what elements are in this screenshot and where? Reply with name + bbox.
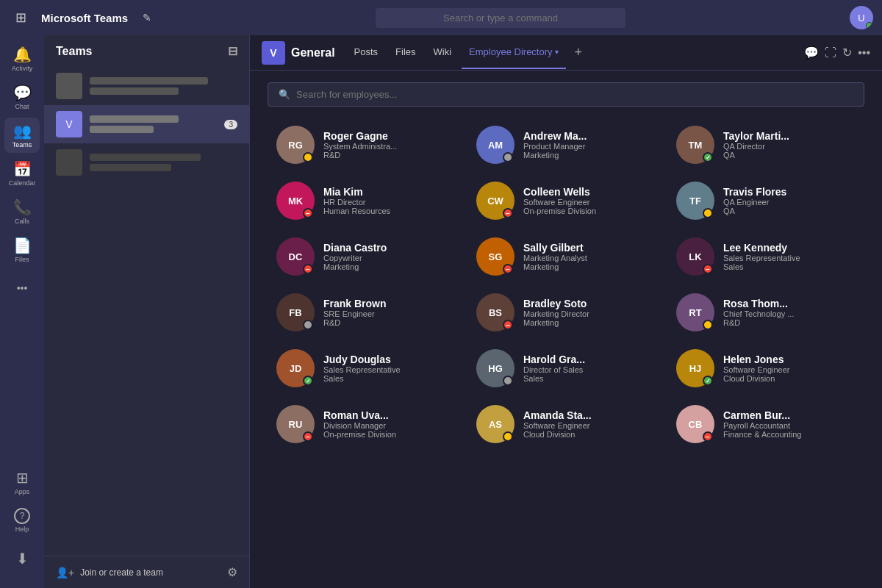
status-badge: − (503, 264, 513, 274)
status-badge: − (703, 264, 713, 274)
sidebar-item-calls[interactable]: 📞 Calls (4, 194, 40, 229)
sidebar-item-chat[interactable]: 💬 Chat (4, 79, 40, 115)
search-bar[interactable]: 🔍 (268, 82, 864, 107)
employee-avatar-wrap: LK − (676, 237, 714, 276)
employee-dept: Marketing (523, 151, 656, 159)
employee-card[interactable]: MK − Mia Kim HR Director Human Resources (268, 174, 465, 227)
employee-grid: RG Roger Gagne System Administra... R&D … (268, 118, 864, 451)
employee-name: Colleen Wells (523, 186, 656, 198)
sidebar-item-more[interactable]: ••• (4, 270, 40, 306)
status-badge: − (303, 431, 313, 442)
employee-name: Rosa Thom... (723, 298, 856, 309)
employee-search-input[interactable] (296, 89, 853, 100)
employee-card[interactable]: TF Travis Flores QA Engineer QA (667, 174, 864, 227)
status-badge: − (503, 208, 513, 218)
employee-card[interactable]: FB Frank Brown SRE Engineer R&D (268, 286, 465, 339)
join-create-icon: 👤+ (56, 567, 74, 578)
sidebar-item-activity[interactable]: 🔔 Activity (4, 41, 40, 76)
employee-dept: Cloud Division (523, 430, 656, 439)
tab-posts[interactable]: Posts (347, 36, 386, 69)
employee-dept: Marketing (323, 262, 456, 271)
employee-card[interactable]: RU − Roman Uva... Division Manager On-pr… (268, 398, 465, 451)
topbar: ⊞ Microsoft Teams ✎ U (0, 0, 882, 35)
employee-card[interactable]: RG Roger Gagne System Administra... R&D (268, 118, 465, 171)
employee-name: Bradley Soto (523, 298, 656, 309)
employee-card[interactable]: SG − Sally Gilbert Marketing Analyst Mar… (467, 230, 664, 283)
employee-info: Helen Jones Software Engineer Cloud Divi… (723, 354, 856, 383)
employee-dept: Marketing (523, 318, 656, 327)
employee-name: Harold Gra... (523, 354, 656, 365)
employee-card[interactable]: BS − Bradley Soto Marketing Director Mar… (467, 286, 664, 339)
status-badge (503, 376, 513, 386)
sidebar-item-files[interactable]: 📄 Files (4, 232, 40, 268)
sidebar-item-calendar[interactable]: 📅 Calendar (4, 156, 40, 191)
blurred-team-item-2[interactable] (44, 143, 249, 182)
main-content: V General Posts Files Wiki Employee Dire… (250, 35, 882, 588)
employee-role: HR Director (323, 198, 456, 207)
employee-info: Taylor Marti... QA Director QA (723, 130, 856, 159)
settings-icon[interactable]: ⚙ (227, 565, 237, 579)
employee-card[interactable]: CB − Carmen Bur... Payroll Accountant Fi… (667, 398, 864, 451)
employee-card[interactable]: LK − Lee Kennedy Sales Representative Sa… (667, 230, 864, 283)
left-sidebar: 🔔 Activity 💬 Chat 👥 Teams 📅 Calendar 📞 C… (0, 35, 44, 588)
edit-icon[interactable]: ✎ (143, 12, 151, 24)
employee-role: Software Engineer (523, 421, 656, 430)
employee-card[interactable]: JD ✓ Judy Douglas Sales Representative S… (268, 342, 465, 395)
refresh-icon[interactable]: ↻ (842, 46, 852, 60)
employee-avatar-wrap: JD ✓ (276, 349, 315, 387)
employee-dept: Sales (523, 374, 656, 383)
employee-dept: QA (723, 207, 856, 215)
status-badge: − (303, 264, 313, 274)
employee-role: Chief Technology ... (723, 309, 856, 318)
add-tab-button[interactable]: + (569, 45, 589, 60)
employee-dept: R&D (323, 151, 456, 159)
sidebar-item-help[interactable]: ? Help (4, 503, 40, 538)
employee-dept: QA (723, 151, 856, 159)
tab-wiki[interactable]: Wiki (426, 36, 459, 69)
team-badge: 3 (224, 120, 237, 129)
employee-role: Software Engineer (523, 198, 656, 207)
employee-card[interactable]: DC − Diana Castro Copywriter Marketing (268, 230, 465, 283)
search-bar-wrapper: 🔍 (268, 82, 864, 107)
status-badge: ✓ (703, 376, 713, 386)
grid-icon[interactable]: ⊞ (9, 6, 32, 29)
sidebar-item-download[interactable]: ⬇ (4, 541, 40, 576)
tab-employee-directory[interactable]: Employee Directory ▾ (462, 36, 565, 69)
tab-files[interactable]: Files (388, 36, 423, 69)
employee-card[interactable]: AS Amanda Sta... Software Engineer Cloud… (467, 398, 664, 451)
team-active-item[interactable]: V 3 (44, 105, 249, 143)
team-avatar: V (56, 111, 82, 137)
join-create-label[interactable]: Join or create a team (80, 567, 163, 578)
more-options-icon[interactable]: ••• (858, 46, 870, 60)
sidebar-item-teams[interactable]: 👥 Teams (4, 118, 40, 153)
employee-card[interactable]: CW − Colleen Wells Software Engineer On-… (467, 174, 664, 227)
user-avatar[interactable]: U (850, 6, 873, 29)
chat-icon[interactable]: 💬 (804, 46, 819, 60)
employee-avatar-wrap: AS (476, 405, 514, 443)
employee-info: Amanda Sta... Software Engineer Cloud Di… (523, 409, 656, 439)
employee-card[interactable]: RT Rosa Thom... Chief Technology ... R&D (667, 286, 864, 339)
employee-name: Frank Brown (323, 298, 456, 309)
employee-name: Helen Jones (723, 354, 856, 365)
employee-card[interactable]: AM Andrew Ma... Product Manager Marketin… (467, 118, 664, 171)
team-info (90, 115, 217, 133)
dropdown-chevron-icon: ▾ (555, 48, 559, 56)
employee-card[interactable]: HJ ✓ Helen Jones Software Engineer Cloud… (667, 342, 864, 395)
employee-role: System Administra... (323, 142, 456, 151)
status-badge (303, 152, 313, 162)
filter-icon[interactable]: ⊟ (228, 44, 237, 58)
employee-avatar-wrap: TM ✓ (676, 126, 714, 164)
topbar-search[interactable] (376, 8, 625, 28)
employee-card[interactable]: TM ✓ Taylor Marti... QA Director QA (667, 118, 864, 171)
employee-role: Sales Representative (723, 254, 856, 262)
channel-logo: V (262, 41, 285, 65)
expand-icon[interactable]: ⛶ (825, 46, 836, 60)
sidebar-item-apps[interactable]: ⊞ Apps (4, 465, 40, 500)
employee-info: Roger Gagne System Administra... R&D (323, 130, 456, 159)
employee-info: Colleen Wells Software Engineer On-premi… (523, 186, 656, 215)
employee-dept: Cloud Division (723, 374, 856, 383)
employee-card[interactable]: HG Harold Gra... Director of Sales Sales (467, 342, 664, 395)
employee-avatar-wrap: AM (476, 126, 514, 164)
blurred-team-item-1[interactable] (44, 67, 249, 105)
employee-name: Sally Gilbert (523, 242, 656, 254)
